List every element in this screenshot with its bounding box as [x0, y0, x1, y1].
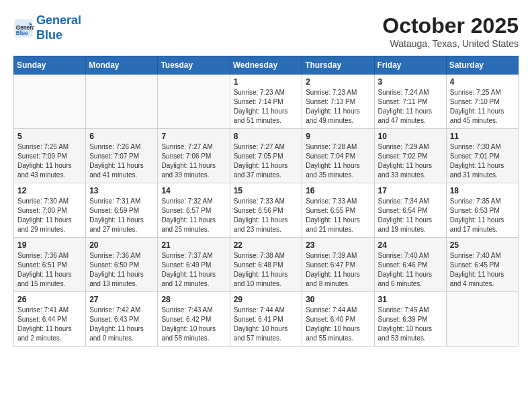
calendar-cell: 17Sunrise: 7:34 AM Sunset: 6:54 PM Dayli…	[374, 183, 446, 238]
cell-info: Sunrise: 7:23 AM Sunset: 7:14 PM Dayligh…	[234, 88, 299, 126]
svg-text:Blue: Blue	[16, 30, 28, 36]
cell-info: Sunrise: 7:28 AM Sunset: 7:04 PM Dayligh…	[306, 142, 370, 180]
cell-info: Sunrise: 7:40 AM Sunset: 6:46 PM Dayligh…	[378, 251, 443, 289]
day-number: 15	[234, 186, 299, 195]
calendar-cell: 11Sunrise: 7:30 AM Sunset: 7:01 PM Dayli…	[446, 129, 518, 183]
calendar-cell: 22Sunrise: 7:38 AM Sunset: 6:48 PM Dayli…	[230, 238, 302, 292]
calendar-cell: 7Sunrise: 7:27 AM Sunset: 7:06 PM Daylig…	[158, 129, 230, 183]
logo: General Blue GeneralBlue	[13, 13, 81, 42]
day-number: 1	[234, 77, 299, 87]
calendar-cell: 26Sunrise: 7:41 AM Sunset: 6:44 PM Dayli…	[14, 292, 86, 347]
cell-info: Sunrise: 7:33 AM Sunset: 6:55 PM Dayligh…	[306, 197, 370, 234]
cell-info: Sunrise: 7:30 AM Sunset: 7:00 PM Dayligh…	[17, 197, 82, 234]
calendar-week-row: 1Sunrise: 7:23 AM Sunset: 7:14 PM Daylig…	[14, 75, 519, 129]
day-number: 2	[306, 77, 370, 87]
calendar-cell: 18Sunrise: 7:35 AM Sunset: 6:53 PM Dayli…	[446, 183, 518, 238]
calendar-cell: 31Sunrise: 7:45 AM Sunset: 6:39 PM Dayli…	[374, 292, 446, 347]
calendar-cell	[158, 75, 230, 129]
calendar-cell: 16Sunrise: 7:33 AM Sunset: 6:55 PM Dayli…	[302, 183, 374, 238]
cell-info: Sunrise: 7:41 AM Sunset: 6:44 PM Dayligh…	[17, 306, 82, 343]
calendar-cell: 6Sunrise: 7:26 AM Sunset: 7:07 PM Daylig…	[86, 129, 158, 183]
weekday-header-tuesday: Tuesday	[158, 56, 230, 75]
day-number: 10	[378, 132, 443, 141]
calendar-week-row: 5Sunrise: 7:25 AM Sunset: 7:09 PM Daylig…	[14, 129, 519, 183]
calendar-week-row: 26Sunrise: 7:41 AM Sunset: 6:44 PM Dayli…	[14, 292, 519, 347]
day-number: 26	[17, 295, 82, 304]
cell-info: Sunrise: 7:27 AM Sunset: 7:05 PM Dayligh…	[234, 142, 299, 180]
calendar-cell: 5Sunrise: 7:25 AM Sunset: 7:09 PM Daylig…	[14, 129, 86, 183]
day-number: 16	[306, 186, 370, 195]
cell-info: Sunrise: 7:33 AM Sunset: 6:56 PM Dayligh…	[234, 197, 299, 234]
cell-info: Sunrise: 7:44 AM Sunset: 6:40 PM Dayligh…	[306, 306, 370, 343]
calendar-cell: 8Sunrise: 7:27 AM Sunset: 7:05 PM Daylig…	[230, 129, 302, 183]
day-number: 6	[89, 132, 154, 141]
weekday-header-wednesday: Wednesday	[230, 56, 302, 75]
day-number: 20	[89, 240, 154, 250]
calendar-cell: 10Sunrise: 7:29 AM Sunset: 7:02 PM Dayli…	[374, 129, 446, 183]
cell-info: Sunrise: 7:25 AM Sunset: 7:10 PM Dayligh…	[450, 88, 515, 126]
cell-info: Sunrise: 7:32 AM Sunset: 6:57 PM Dayligh…	[161, 197, 226, 234]
cell-info: Sunrise: 7:25 AM Sunset: 7:09 PM Dayligh…	[17, 142, 82, 180]
page-header: General Blue GeneralBlue October 2025 Wa…	[13, 13, 519, 49]
calendar-cell: 20Sunrise: 7:36 AM Sunset: 6:50 PM Dayli…	[86, 238, 158, 292]
calendar-cell: 23Sunrise: 7:39 AM Sunset: 6:47 PM Dayli…	[302, 238, 374, 292]
day-number: 14	[161, 186, 226, 195]
calendar-table: SundayMondayTuesdayWednesdayThursdayFrid…	[13, 56, 519, 347]
weekday-header-sunday: Sunday	[14, 56, 86, 75]
day-number: 18	[450, 186, 515, 195]
day-number: 9	[306, 132, 370, 141]
cell-info: Sunrise: 7:23 AM Sunset: 7:13 PM Dayligh…	[306, 88, 370, 126]
day-number: 21	[161, 240, 226, 250]
calendar-cell	[14, 75, 86, 129]
calendar-cell: 28Sunrise: 7:43 AM Sunset: 6:42 PM Dayli…	[158, 292, 230, 347]
weekday-header-monday: Monday	[86, 56, 158, 75]
cell-info: Sunrise: 7:30 AM Sunset: 7:01 PM Dayligh…	[450, 142, 515, 180]
logo-text: GeneralBlue	[36, 13, 81, 42]
cell-info: Sunrise: 7:36 AM Sunset: 6:51 PM Dayligh…	[17, 251, 82, 289]
day-number: 31	[378, 295, 443, 304]
calendar-cell: 29Sunrise: 7:44 AM Sunset: 6:41 PM Dayli…	[230, 292, 302, 347]
calendar-cell: 25Sunrise: 7:40 AM Sunset: 6:45 PM Dayli…	[446, 238, 518, 292]
calendar-week-row: 12Sunrise: 7:30 AM Sunset: 7:00 PM Dayli…	[14, 183, 519, 238]
calendar-cell: 12Sunrise: 7:30 AM Sunset: 7:00 PM Dayli…	[14, 183, 86, 238]
calendar-cell: 14Sunrise: 7:32 AM Sunset: 6:57 PM Dayli…	[158, 183, 230, 238]
day-number: 19	[17, 240, 82, 250]
day-number: 13	[89, 186, 154, 195]
calendar-cell: 24Sunrise: 7:40 AM Sunset: 6:46 PM Dayli…	[374, 238, 446, 292]
day-number: 28	[161, 295, 226, 304]
cell-info: Sunrise: 7:42 AM Sunset: 6:43 PM Dayligh…	[89, 306, 154, 343]
calendar-cell: 15Sunrise: 7:33 AM Sunset: 6:56 PM Dayli…	[230, 183, 302, 238]
calendar-cell: 4Sunrise: 7:25 AM Sunset: 7:10 PM Daylig…	[446, 75, 518, 129]
cell-info: Sunrise: 7:43 AM Sunset: 6:42 PM Dayligh…	[161, 306, 226, 343]
day-number: 25	[450, 240, 515, 250]
day-number: 3	[378, 77, 443, 87]
calendar-cell: 2Sunrise: 7:23 AM Sunset: 7:13 PM Daylig…	[302, 75, 374, 129]
calendar-cell: 3Sunrise: 7:24 AM Sunset: 7:11 PM Daylig…	[374, 75, 446, 129]
day-number: 7	[161, 132, 226, 141]
calendar-cell: 9Sunrise: 7:28 AM Sunset: 7:04 PM Daylig…	[302, 129, 374, 183]
calendar-cell: 21Sunrise: 7:37 AM Sunset: 6:49 PM Dayli…	[158, 238, 230, 292]
cell-info: Sunrise: 7:24 AM Sunset: 7:11 PM Dayligh…	[378, 88, 443, 126]
calendar-cell: 1Sunrise: 7:23 AM Sunset: 7:14 PM Daylig…	[230, 75, 302, 129]
month-title: October 2025	[382, 13, 519, 38]
cell-info: Sunrise: 7:38 AM Sunset: 6:48 PM Dayligh…	[234, 251, 299, 289]
cell-info: Sunrise: 7:35 AM Sunset: 6:53 PM Dayligh…	[450, 197, 515, 234]
cell-info: Sunrise: 7:34 AM Sunset: 6:54 PM Dayligh…	[378, 197, 443, 234]
cell-info: Sunrise: 7:37 AM Sunset: 6:49 PM Dayligh…	[161, 251, 226, 289]
day-number: 27	[89, 295, 154, 304]
location: Watauga, Texas, United States	[382, 38, 519, 49]
day-number: 30	[306, 295, 370, 304]
cell-info: Sunrise: 7:26 AM Sunset: 7:07 PM Dayligh…	[89, 142, 154, 180]
cell-info: Sunrise: 7:27 AM Sunset: 7:06 PM Dayligh…	[161, 142, 226, 180]
calendar-cell: 30Sunrise: 7:44 AM Sunset: 6:40 PM Dayli…	[302, 292, 374, 347]
title-block: October 2025 Watauga, Texas, United Stat…	[382, 13, 519, 49]
calendar-cell: 19Sunrise: 7:36 AM Sunset: 6:51 PM Dayli…	[14, 238, 86, 292]
cell-info: Sunrise: 7:44 AM Sunset: 6:41 PM Dayligh…	[234, 306, 299, 343]
calendar-cell	[86, 75, 158, 129]
logo-icon: General Blue	[13, 18, 34, 38]
cell-info: Sunrise: 7:36 AM Sunset: 6:50 PM Dayligh…	[89, 251, 154, 289]
day-number: 22	[234, 240, 299, 250]
calendar-cell	[446, 292, 518, 347]
day-number: 24	[378, 240, 443, 250]
calendar-cell: 27Sunrise: 7:42 AM Sunset: 6:43 PM Dayli…	[86, 292, 158, 347]
